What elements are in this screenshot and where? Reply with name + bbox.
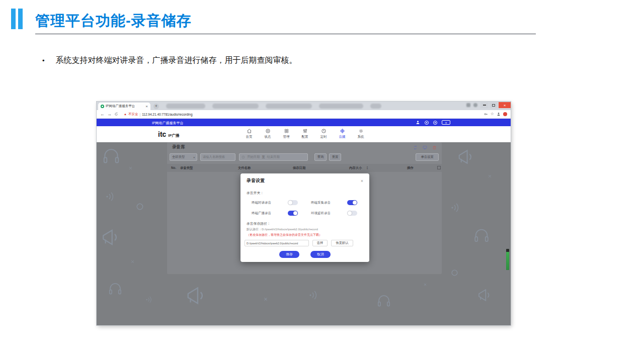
cancel-button[interactable]: 取消 — [310, 251, 331, 258]
bullet-text: 系统支持对终端对讲录音，广播录音进行储存，用于后期查阅审核。 — [56, 55, 297, 66]
back-icon[interactable]: ← — [100, 112, 105, 117]
column-save-date[interactable]: 保存日期 — [293, 166, 305, 170]
toggle-env-monitor[interactable] — [347, 211, 357, 216]
address-bar[interactable]: ▲ 不安全 | 112.94.21.40:7781/audio/recordin… — [121, 111, 481, 117]
search-input[interactable]: 请输入名称搜索 — [200, 153, 235, 161]
toggle-row-terminal-collect: 终端采集录音 — [311, 200, 357, 205]
new-tab-button[interactable]: + — [153, 104, 159, 109]
key-icon[interactable] — [484, 112, 488, 116]
page-content-dimmed: 录音库 全部类型 ▾ 请输入名称搜索 开始日期 — [97, 142, 511, 325]
minimize-button[interactable] — [480, 102, 489, 108]
nav-item-system[interactable]: 系统 — [352, 128, 369, 139]
save-button[interactable]: 保存 — [279, 251, 299, 258]
extension-icon[interactable] — [503, 112, 507, 116]
security-warning-label[interactable]: 不安全 — [128, 112, 138, 117]
path-input-row: D:/ipwebV2/htdocs/ipweb2.0/public/record… — [245, 240, 363, 246]
browser-tab-active[interactable]: IP网络广播服务平台 × — [98, 103, 150, 110]
path-section-label: 录音保存路径： — [247, 221, 363, 226]
path-input[interactable]: D:/ipwebV2/htdocs/ipweb2.0/public/record — [245, 240, 309, 246]
nav-item-audio[interactable]: 音频 — [334, 128, 351, 139]
redacted-tab[interactable] — [319, 104, 363, 109]
type-select[interactable]: 全部类型 ▾ — [170, 153, 197, 161]
scrollbar-indicator[interactable] — [506, 249, 509, 270]
clock-icon — [321, 128, 327, 134]
logo-text: itc — [158, 130, 166, 138]
redacted-icon — [466, 103, 470, 107]
nav-item-status[interactable]: 状态 — [259, 128, 276, 139]
title-divider — [35, 34, 536, 34]
restore-default-button[interactable]: 恢复默认 — [331, 240, 353, 246]
tab-close-icon[interactable]: × — [145, 105, 148, 109]
nav-item-home[interactable]: 首页 — [240, 128, 258, 139]
status-icon — [265, 128, 271, 134]
column-no[interactable]: No. — [171, 166, 176, 169]
tab-title: IP网络广播服务平台 — [106, 104, 144, 109]
watermark-sound-icon — [308, 289, 320, 301]
redacted-tab[interactable] — [266, 104, 312, 109]
date-range-picker[interactable]: 开始日期 至 结束日期 — [239, 153, 308, 161]
table-header-row: No. 录音类型 文件名称 保存日期 内存大小 ▲▼ 操作 — [167, 164, 442, 172]
switch-section-label: 录音开关： — [247, 191, 363, 196]
query-button[interactable]: 查询 — [314, 153, 327, 161]
watermark-sound-icon — [450, 202, 462, 214]
url-divider: | — [139, 113, 140, 116]
main-nav: 首页 状态 管理 配置 定时 音频 系统 — [240, 128, 369, 139]
watermark-sound-icon — [105, 191, 117, 203]
forward-icon[interactable]: → — [107, 112, 112, 117]
reset-button[interactable]: 重置 — [329, 153, 341, 161]
home-icon — [247, 128, 252, 134]
browser-tab-strip: IP网络广播服务平台 × + × — [97, 102, 511, 110]
redacted-tab[interactable] — [370, 104, 381, 109]
watermark-megaphone-icon — [457, 147, 476, 166]
monitor-icon[interactable] — [423, 145, 427, 150]
close-button[interactable]: × — [499, 102, 511, 108]
modal-title: 录音设置 — [247, 177, 265, 184]
reload-icon[interactable] — [114, 112, 118, 116]
clock-icon — [242, 155, 245, 159]
record-settings-button[interactable]: 录音设置 — [416, 153, 439, 161]
watermark-headphone-icon — [108, 281, 123, 296]
choose-button[interactable]: 选择 — [312, 240, 328, 246]
maximize-button[interactable] — [490, 102, 498, 108]
column-file-name[interactable]: 文件名称 — [238, 166, 251, 170]
column-config-icon[interactable] — [437, 166, 441, 169]
app-navbar: itc IP广播 首页 状态 管理 配置 定时 音频 系统 — [97, 126, 511, 142]
toggle-terminal-collect[interactable] — [347, 200, 357, 205]
dropdown-toggle[interactable]: ∨ — [442, 120, 450, 125]
column-size[interactable]: 内存大小 — [349, 166, 362, 170]
bookmark-star-icon[interactable]: ☆ — [491, 112, 494, 116]
help-icon[interactable] — [433, 121, 437, 125]
path-warning-text: （更改保存路径，将导致之前保存的录音文件无法下载） — [247, 233, 363, 237]
trash-icon[interactable] — [432, 145, 437, 150]
banner-actions: ∨ — [416, 119, 450, 126]
column-actions[interactable]: 操作 — [407, 166, 414, 170]
redacted-tab[interactable] — [166, 104, 205, 109]
column-record-type[interactable]: 录音类型 — [180, 166, 193, 170]
redacted-tab[interactable] — [212, 104, 259, 109]
logo-product: IP广播 — [168, 133, 179, 138]
gear-icon — [358, 128, 364, 134]
sort-arrows-icon[interactable]: ▲▼ — [366, 166, 368, 170]
toggle-terminal-broadcast[interactable] — [288, 211, 298, 216]
date-start-placeholder: 开始日期 — [247, 155, 260, 159]
nav-item-manage[interactable]: 管理 — [278, 128, 295, 139]
watermark-x-icon — [263, 296, 269, 302]
info-icon[interactable] — [425, 121, 429, 125]
modal-header: 录音设置 × — [240, 173, 369, 184]
toggle-terminal-intercom[interactable] — [288, 200, 298, 205]
recording-settings-modal: 录音设置 × 录音开关： 终端对讲录音 终端采集录音 终端广播录音 — [240, 173, 369, 262]
nav-item-schedule[interactable]: 定时 — [315, 128, 332, 139]
nav-item-config[interactable]: 配置 — [296, 128, 313, 139]
toggle-row-terminal-intercom: 终端对讲录音 — [252, 200, 298, 205]
app-banner: IP网络广播服务平台 ∨ — [97, 119, 511, 126]
url-text: 112.94.21.40:7781/audio/recording — [142, 113, 192, 116]
refresh-icon[interactable] — [413, 145, 418, 150]
close-icon[interactable]: × — [361, 178, 363, 184]
watermark-headphone-icon — [102, 146, 121, 165]
profile-icon[interactable] — [497, 112, 501, 116]
user-icon[interactable] — [416, 120, 420, 125]
date-end-placeholder: 结束日期 — [267, 155, 279, 159]
chevron-down-icon: ▾ — [193, 156, 195, 159]
watermark-headphone-icon — [473, 227, 490, 244]
toggle-grid: 终端对讲录音 终端采集录音 终端广播录音 环境监听录音 — [252, 200, 357, 216]
